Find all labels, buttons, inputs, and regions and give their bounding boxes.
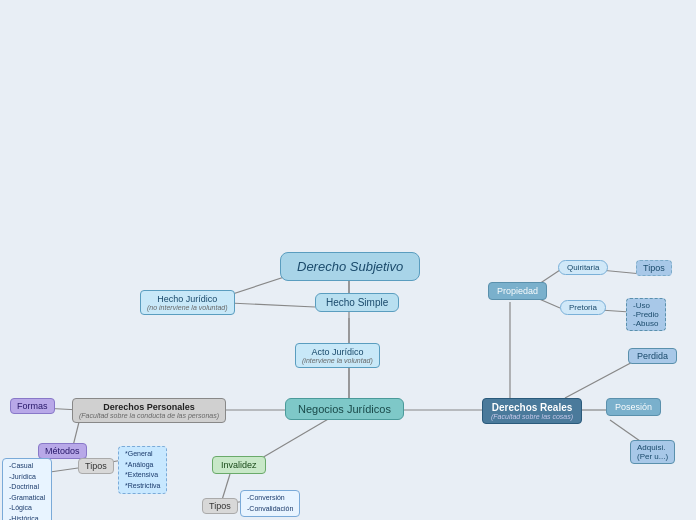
tipos-bottom-label: Tipos bbox=[202, 498, 238, 514]
left-list-item-2: -Jurídica bbox=[9, 473, 36, 480]
quiritaria-label: Quiritaria bbox=[558, 260, 608, 275]
node-tipos-bottom[interactable]: Tipos bbox=[202, 498, 238, 514]
uso-predio-label: -Uso -Predio -Abuso bbox=[626, 298, 666, 331]
convalidacion-label: -Convalidación bbox=[247, 505, 293, 512]
derechos-reales-label: Derechos Reales (Facultad sobre las cosa… bbox=[482, 398, 582, 424]
general-types-box: *General *Análoga *Extensiva *Restrictiv… bbox=[118, 446, 167, 494]
derechos-personales-sublabel: (Facultad sobre la conducta de las perso… bbox=[79, 412, 219, 419]
node-left-list: -Casual -Jurídica -Doctrinal -Gramatical… bbox=[2, 458, 52, 520]
pretoria-label: Pretoria bbox=[560, 300, 606, 315]
abuso-label: -Abuso bbox=[633, 319, 658, 328]
node-uso-predio-abuso[interactable]: -Uso -Predio -Abuso bbox=[626, 298, 666, 331]
predio-label: -Predio bbox=[633, 310, 659, 319]
tipos-right-label: Tipos bbox=[636, 260, 672, 276]
svg-line-21 bbox=[255, 418, 330, 462]
node-propiedad[interactable]: Propiedad bbox=[488, 282, 547, 300]
negocios-juridicos-label: Negocios Jurídicos bbox=[285, 398, 404, 420]
derechos-personales-label: Derechos Personales (Facultad sobre la c… bbox=[72, 398, 226, 423]
node-adquisicion[interactable]: Adquisi. (Per u...) bbox=[630, 440, 675, 464]
derechos-reales-title: Derechos Reales bbox=[492, 402, 573, 413]
hecho-juridico-sublabel: (no interviene la voluntad) bbox=[147, 304, 228, 311]
extensiva-label: *Extensiva bbox=[125, 471, 158, 478]
node-tipos-left[interactable]: Tipos bbox=[78, 458, 114, 474]
metodos-label: Métodos bbox=[38, 443, 87, 459]
hecho-juridico-label: Hecho Jurídico (no interviene la volunta… bbox=[140, 290, 235, 315]
node-posesion[interactable]: Posesión bbox=[606, 398, 661, 416]
general-label: *General bbox=[125, 450, 153, 457]
node-derechos-personales[interactable]: Derechos Personales (Facultad sobre la c… bbox=[72, 398, 226, 423]
acto-juridico-title: Acto Jurídico bbox=[311, 347, 363, 357]
node-invalidez[interactable]: Invalidez bbox=[212, 456, 266, 474]
node-perdida[interactable]: Perdida bbox=[628, 348, 677, 364]
left-list-box: -Casual -Jurídica -Doctrinal -Gramatical… bbox=[2, 458, 52, 520]
node-hecho-simple[interactable]: Hecho Simple bbox=[315, 293, 399, 312]
node-tipos-right[interactable]: Tipos bbox=[636, 260, 672, 276]
analoga-label: *Análoga bbox=[125, 461, 153, 468]
node-metodos[interactable]: Métodos bbox=[38, 443, 87, 459]
posesion-label: Posesión bbox=[606, 398, 661, 416]
adquisicion-label: Adquisi. (Per u...) bbox=[630, 440, 675, 464]
acto-juridico-sublabel: (interviene la voluntad) bbox=[302, 357, 373, 364]
adquisicion-subtitle: (Per u...) bbox=[637, 452, 668, 461]
derechos-personales-title: Derechos Personales bbox=[103, 402, 195, 412]
propiedad-label: Propiedad bbox=[488, 282, 547, 300]
node-hecho-juridico[interactable]: Hecho Jurídico (no interviene la volunta… bbox=[140, 290, 235, 315]
left-list-item-1: -Casual bbox=[9, 462, 33, 469]
hecho-juridico-title: Hecho Jurídico bbox=[157, 294, 217, 304]
node-derechos-reales[interactable]: Derechos Reales (Facultad sobre las cosa… bbox=[482, 398, 582, 424]
hecho-simple-label: Hecho Simple bbox=[315, 293, 399, 312]
tipos-left-label: Tipos bbox=[78, 458, 114, 474]
perdida-label: Perdida bbox=[628, 348, 677, 364]
left-list-item-6: -Histórica bbox=[9, 515, 39, 521]
left-list-item-5: -Lógica bbox=[9, 504, 32, 511]
derechos-reales-sublabel: (Facultad sobre las cosas) bbox=[491, 413, 573, 420]
left-list-item-4: -Gramatical bbox=[9, 494, 45, 501]
svg-line-13 bbox=[565, 358, 640, 398]
node-conversion: -Conversión -Convalidación bbox=[240, 490, 300, 517]
node-formas[interactable]: Formas bbox=[10, 398, 55, 414]
invalidez-label: Invalidez bbox=[212, 456, 266, 474]
node-pretoria[interactable]: Pretoria bbox=[560, 300, 606, 315]
uso-label: -Uso bbox=[633, 301, 650, 310]
node-derecho-subjetivo[interactable]: Derecho Subjetivo bbox=[280, 252, 420, 281]
node-quiritaria[interactable]: Quiritaria bbox=[558, 260, 608, 275]
acto-juridico-label: Acto Jurídico (interviene la voluntad) bbox=[295, 343, 380, 368]
adquisicion-title: Adquisi. bbox=[637, 443, 665, 452]
conversion-box: -Conversión -Convalidación bbox=[240, 490, 300, 517]
derecho-subjetivo-label: Derecho Subjetivo bbox=[280, 252, 420, 281]
conversion-label: -Conversión bbox=[247, 494, 285, 501]
node-negocios-juridicos[interactable]: Negocios Jurídicos bbox=[285, 398, 404, 420]
node-acto-juridico[interactable]: Acto Jurídico (interviene la voluntad) bbox=[295, 343, 380, 368]
node-general-types: *General *Análoga *Extensiva *Restrictiv… bbox=[118, 446, 167, 494]
svg-line-19 bbox=[50, 468, 78, 472]
svg-line-22 bbox=[222, 474, 230, 500]
formas-label: Formas bbox=[10, 398, 55, 414]
restrictiva-label: *Restrictiva bbox=[125, 482, 160, 489]
left-list-item-3: -Doctrinal bbox=[9, 483, 39, 490]
